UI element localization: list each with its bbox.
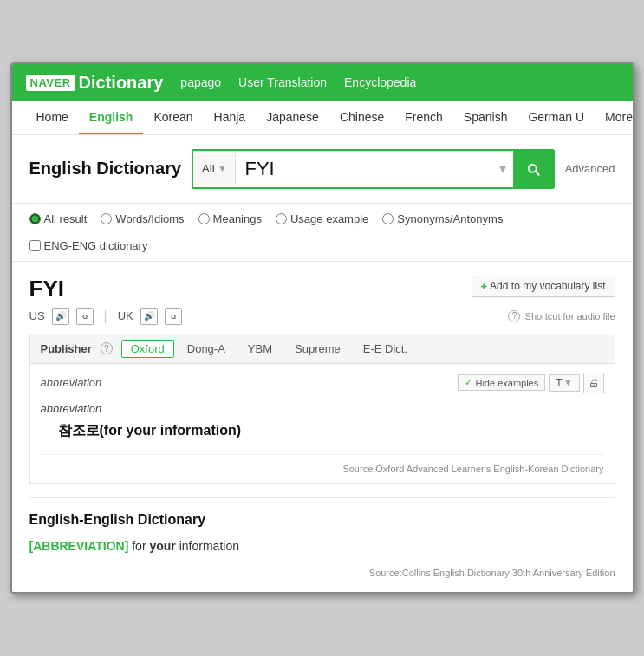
publisher-tabs: Oxford Dong-A YBM Supreme E-E Dict. — [121, 340, 417, 358]
definition-translation: 참조로(for your information) — [58, 422, 604, 440]
pub-tab-oxford[interactable]: Oxford — [121, 340, 174, 358]
tab-french[interactable]: French — [394, 101, 453, 134]
filter-usage-example[interactable]: Usage example — [276, 212, 368, 225]
filter-meanings[interactable]: Meanings — [198, 212, 262, 225]
def-type-row: abbreviation ✓ Hide examples T ▼ 🖨 — [41, 373, 604, 393]
abbreviation-tag: [ABBREVIATION] — [29, 539, 129, 553]
pub-tab-ee-dict[interactable]: E-E Dict. — [354, 340, 417, 358]
tab-home[interactable]: Home — [26, 101, 79, 134]
us-label: US — [29, 309, 45, 322]
ee-source: Source:Collins English Dictionary 30th A… — [29, 568, 615, 578]
uk-phonetic-button[interactable]: ɑ — [165, 308, 182, 325]
search-icon — [525, 161, 541, 177]
tab-chinese[interactable]: Chinese — [329, 101, 394, 134]
top-navigation: NAVER Dictionary papago User Translation… — [12, 64, 633, 101]
ee-dictionary-section: English-English Dictionary [ABBREVIATION… — [29, 497, 615, 578]
filter-synonyms-antonyms[interactable]: Synonyms/Antonyms — [382, 212, 503, 225]
definition-area: abbreviation ✓ Hide examples T ▼ 🖨 — [30, 364, 615, 483]
tab-japanese[interactable]: Japanese — [256, 101, 329, 134]
encyclopedia-link[interactable]: Encyclopedia — [344, 75, 416, 89]
definition-section: abbreviation 참조로(for your information) — [41, 402, 604, 440]
tab-hanja[interactable]: Hanja — [204, 101, 257, 134]
pub-tab-dong-a[interactable]: Dong-A — [178, 340, 235, 358]
hide-examples-button[interactable]: ✓ Hide examples — [458, 374, 545, 391]
filter-all-result[interactable]: All result — [29, 212, 88, 225]
tab-korean[interactable]: Korean — [143, 101, 203, 134]
definition-source: Source:Oxford Advanced Learner's English… — [41, 454, 604, 474]
language-tabs: Home English Korean Hanja Japanese Chine… — [12, 101, 633, 135]
papago-link[interactable]: papago — [180, 75, 221, 89]
pub-tab-ybm[interactable]: YBM — [238, 340, 282, 358]
ee-definition-text: for your information — [132, 539, 239, 553]
logo-naver: NAVER — [26, 75, 75, 91]
filter-row: All result Words/Idioms Meanings Usage e… — [12, 204, 633, 262]
publisher-help-icon[interactable]: ? — [101, 342, 113, 354]
ee-dict-title: English-English Dictionary — [29, 512, 615, 528]
logo: NAVER Dictionary — [26, 73, 164, 93]
uk-audio-button[interactable]: 🔊 — [140, 308, 158, 325]
help-icon: ? — [508, 310, 520, 322]
definition-section-title: abbreviation — [41, 402, 604, 415]
us-audio-button[interactable]: 🔊 — [52, 308, 69, 325]
search-button[interactable] — [513, 151, 553, 187]
advanced-search-link[interactable]: Advanced — [565, 162, 615, 175]
print-icon: 🖨 — [589, 377, 599, 389]
font-size-dropdown-icon: ▼ — [564, 378, 573, 387]
publisher-label: Publisher — [41, 342, 92, 355]
font-size-button[interactable]: T ▼ — [549, 374, 579, 392]
main-content: FYI + Add to my vocabulary list US 🔊 ɑ |… — [12, 262, 633, 592]
pronunciation-row: US 🔊 ɑ | UK 🔊 ɑ ? Shortcut for audio fil… — [29, 308, 615, 325]
shortcut-audio-link[interactable]: ? Shortcut for audio file — [508, 310, 615, 322]
ee-definition: [ABBREVIATION] for your information — [29, 536, 615, 555]
uk-label: UK — [118, 309, 133, 322]
tab-german[interactable]: German U — [517, 101, 595, 134]
tab-more[interactable]: More N — [595, 101, 634, 134]
filter-words-idioms[interactable]: Words/Idioms — [101, 212, 184, 225]
add-vocabulary-button[interactable]: + Add to my vocabulary list — [472, 276, 615, 297]
entry-word: FYI — [29, 276, 64, 302]
definition-tools: ✓ Hide examples T ▼ 🖨 — [458, 373, 603, 393]
us-phonetic-button[interactable]: ɑ — [76, 308, 94, 325]
print-button[interactable]: 🖨 — [583, 373, 604, 393]
user-translation-link[interactable]: User Translation — [238, 75, 327, 89]
clear-search-button[interactable]: ▾ — [492, 160, 513, 177]
filter-eng-eng[interactable]: ENG-ENG dictionary — [29, 239, 148, 252]
entry-header: FYI + Add to my vocabulary list — [29, 276, 615, 302]
search-section: English Dictionary All ▼ ▾ Advanced — [12, 135, 633, 204]
publisher-row: Publisher ? Oxford Dong-A YBM Supreme E-… — [30, 334, 615, 364]
part-of-speech: abbreviation — [41, 376, 102, 389]
tab-spanish[interactable]: Spanish — [453, 101, 518, 134]
search-bar: All ▼ ▾ — [192, 149, 555, 189]
pub-tab-supreme[interactable]: Supreme — [285, 340, 350, 358]
tab-english[interactable]: English — [79, 101, 144, 134]
publisher-section: Publisher ? Oxford Dong-A YBM Supreme E-… — [29, 334, 615, 484]
top-nav-links: papago User Translation Encyclopedia — [180, 75, 416, 89]
search-section-title: English Dictionary — [29, 159, 182, 179]
search-input[interactable] — [236, 154, 491, 184]
search-category-select[interactable]: All ▼ — [193, 153, 236, 185]
dropdown-icon: ▼ — [218, 164, 227, 173]
logo-dict: Dictionary — [79, 73, 164, 93]
